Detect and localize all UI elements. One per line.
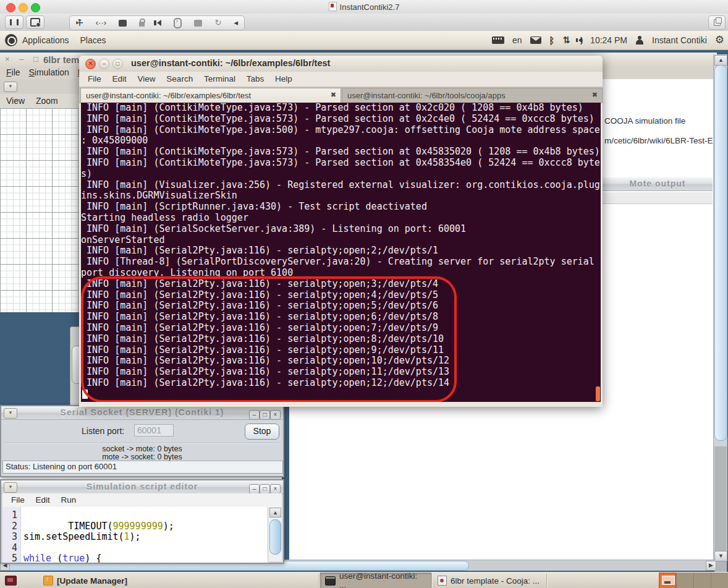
network-visualizer-menubar: View Zoom — [0, 94, 79, 109]
terminal-output[interactable]: INFO [main] (ContikiMoteType.java:573) -… — [81, 103, 601, 402]
tab-close-icon[interactable]: ✖ — [592, 91, 598, 99]
code-editor[interactable]: 12345 TIMEOUT(999999999);sim.setSpeedLim… — [2, 507, 268, 564]
taskbar-item-cooja[interactable]: 6lbr template - Cooja: ... — [433, 573, 545, 588]
editor-scrollbar-thumb[interactable] — [269, 519, 281, 555]
terminal-line: INFO [main] (Serial2Pty.java:116) - seri… — [81, 323, 601, 334]
maximize-button[interactable]: ▢ — [112, 59, 123, 69]
cooja-menu-file[interactable]: File — [6, 67, 20, 77]
vm-snapshot-button[interactable] — [26, 15, 44, 29]
sync-icon[interactable]: ↻ — [214, 16, 221, 30]
taskbar-item-label: user@instant-contiki: ... — [339, 571, 426, 588]
vertical-scrollbar[interactable]: ▲ ▼ — [713, 54, 727, 561]
vertical-scrollbar-thumb[interactable] — [714, 65, 727, 441]
minimize-button[interactable]: ‒ — [249, 410, 260, 420]
terminal-menu-view[interactable]: View — [138, 74, 156, 83]
terminal-titlebar[interactable]: ✕ – ▢ user@instant-contiki: ~/6lbr/examp… — [79, 56, 603, 72]
vertical-scrollbar-track[interactable] — [714, 446, 727, 588]
volume-icon[interactable] — [578, 37, 582, 43]
scroll-up-button[interactable]: ▲ — [269, 508, 281, 518]
listen-port-field[interactable]: 60001 — [134, 424, 174, 437]
screen: InstantContiki2.7 ⚒ ‹··› ↻ ◂ Application… — [0, 0, 728, 588]
code-area[interactable]: TIMEOUT(999999999);sim.setSpeedLimit(1);… — [21, 507, 268, 564]
collapse-window-button[interactable]: ▼ — [4, 482, 17, 493]
gear-icon[interactable]: ⚙ — [715, 36, 724, 45]
terminal-tab-inactive[interactable]: user@instant-contiki: ~/6lbr/tools/cooja… — [342, 88, 603, 103]
session-user[interactable]: Instant Contiki — [652, 35, 707, 45]
ubuntu-logo-icon[interactable] — [5, 34, 17, 46]
cooja-menu-simulation[interactable]: Simulation — [28, 67, 69, 77]
workspace-4[interactable] — [711, 573, 728, 588]
network-arrows-icon[interactable]: ⇅ — [563, 35, 571, 46]
terminal-icon — [325, 576, 336, 586]
terminal-menu-terminal[interactable]: Terminal — [204, 74, 235, 83]
terminal-tab-active[interactable]: user@instant-contiki: ~/6lbr/examples/6l… — [80, 88, 341, 103]
terminal-line: port discovery. Listening on port 6100 — [81, 268, 601, 279]
terminal-menu-tabs[interactable]: Tabs — [247, 74, 265, 83]
taskbar-item-update-manager[interactable]: [Update Manager] — [38, 573, 132, 588]
terminal-menu-file[interactable]: File — [88, 74, 101, 83]
scroll-up-button[interactable]: ▲ — [714, 55, 727, 66]
collapse-toolbar-icon[interactable]: ◂ — [234, 16, 238, 30]
terminal-scrollbar-thumb[interactable] — [596, 386, 600, 401]
user-icon[interactable] — [635, 36, 644, 45]
mouse-icon[interactable] — [174, 18, 182, 28]
scroll-down-button[interactable]: ▼ — [714, 551, 727, 561]
terminal-line: INFO [main] (ContikiMoteType.java:500) -… — [81, 125, 601, 136]
close-button[interactable]: ✕ — [85, 59, 96, 69]
code-segment: ) { — [85, 553, 101, 564]
taskbar-item-terminal[interactable]: user@instant-contiki: ... — [320, 573, 431, 588]
collapse-window-button[interactable]: ▼ — [4, 408, 17, 419]
close-button[interactable]: × — [270, 410, 281, 420]
code-brackets-icon[interactable]: ‹··› — [96, 16, 106, 30]
code-segment: ); — [163, 521, 174, 532]
stop-button[interactable]: Stop — [245, 424, 279, 440]
editor-menu-edit[interactable]: Edit — [36, 495, 50, 505]
bluetooth-icon[interactable]: ᛒ — [549, 35, 555, 46]
close-button[interactable]: × — [270, 484, 281, 494]
network-visualizer-header: ▼ — [0, 79, 79, 94]
clock[interactable]: 10:24 PM — [590, 35, 627, 45]
viz-menu-view[interactable]: View — [6, 96, 25, 106]
workspace-1[interactable] — [659, 573, 676, 588]
code-segment: ); — [130, 531, 141, 542]
show-desktop-icon[interactable] — [5, 576, 17, 586]
editor-menu-file[interactable]: File — [11, 495, 25, 505]
serial-socket-titlebar[interactable]: ▼ Serial Socket (SERVER) (Contiki 1) ‒□× — [1, 406, 283, 420]
copy-icon — [714, 19, 721, 26]
minimize-button[interactable]: – — [99, 59, 109, 69]
maximize-button[interactable]: □ — [260, 410, 270, 420]
network-visualizer-grid[interactable] — [0, 108, 79, 313]
mote-output-titlebar[interactable]: Mote output — [603, 177, 713, 191]
wrench-icon[interactable]: ⚒ — [72, 15, 87, 30]
viz-menu-zoom[interactable]: Zoom — [36, 96, 58, 106]
vmware-toolbar: ⚒ ‹··› ↻ ◂ — [0, 14, 728, 32]
lock-icon[interactable] — [139, 22, 145, 27]
keyboard-layout-icon[interactable] — [492, 36, 504, 44]
editor-menu-run[interactable]: Run — [61, 495, 77, 505]
harddisk-icon[interactable] — [119, 20, 127, 27]
vm-pause-button[interactable] — [5, 15, 23, 29]
speaker-icon[interactable] — [157, 20, 161, 26]
tab-close-icon[interactable]: ✖ — [331, 91, 336, 99]
minimize-button[interactable]: ‒ — [249, 484, 260, 494]
workspace-3[interactable] — [693, 573, 711, 588]
collapse-window-button[interactable]: ▼ — [4, 82, 17, 92]
terminal-line: INFO [main] (ContikiMoteType.java:573) -… — [81, 103, 601, 114]
floppy-icon[interactable] — [194, 20, 202, 27]
terminal-menu-edit[interactable]: Edit — [112, 74, 127, 83]
workspace-2[interactable] — [676, 573, 693, 588]
serial-socket-title: Serial Socket (SERVER) (Contiki 1) — [1, 406, 283, 419]
terminal-menu-search[interactable]: Search — [166, 74, 193, 83]
vm-unity-button[interactable] — [708, 15, 726, 30]
editor-scrollbar[interactable]: ▲ — [268, 507, 282, 561]
terminal-menu-help[interactable]: Help — [275, 74, 292, 83]
cooja-window-buttons[interactable]: × – □ — [5, 54, 42, 64]
menu-places[interactable]: Places — [80, 35, 106, 45]
line-number: 5 — [2, 553, 17, 564]
script-editor-titlebar[interactable]: ▼ Simulation script editor ‒□× — [1, 480, 283, 494]
keyboard-layout-code[interactable]: en — [512, 35, 522, 45]
mail-indicator-icon[interactable] — [530, 36, 541, 44]
maximize-button[interactable]: □ — [260, 484, 270, 494]
scroll-right-button[interactable]: ▶ — [706, 561, 716, 571]
menu-applications[interactable]: Applications — [22, 35, 69, 45]
